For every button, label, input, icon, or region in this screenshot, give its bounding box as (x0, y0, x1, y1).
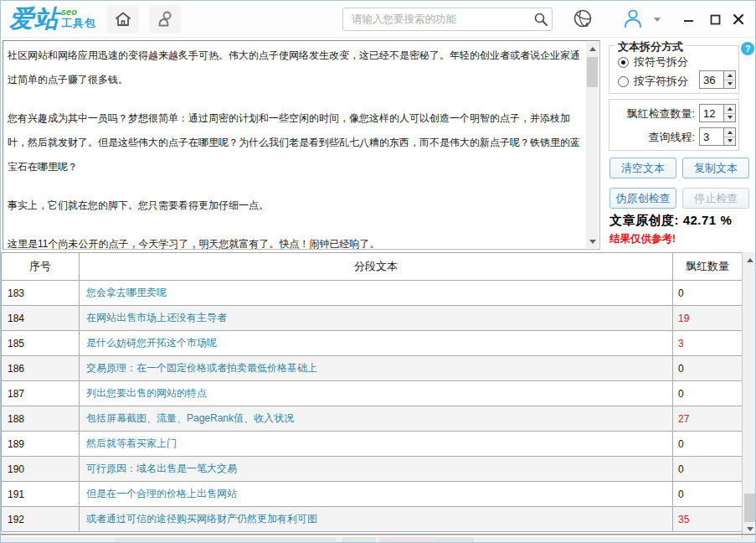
user-icon (622, 8, 644, 29)
red-check-spinner[interactable]: 12 (699, 104, 736, 122)
table-scrollbar[interactable] (742, 252, 756, 537)
results-table: 序号 分段文本 飘红数量 183您会拿去哪里卖呢0184在网站出售市场上还没有主… (1, 252, 743, 531)
red-count-value: 0 (673, 381, 742, 406)
table-body: 183您会拿去哪里卖呢0184在网站出售市场上还没有主导者19185是什么妨碍您… (2, 281, 742, 532)
table-row[interactable]: 183您会拿去哪里卖呢0 (2, 281, 742, 306)
red-check-value[interactable]: 12 (699, 104, 724, 122)
spinner-buttons[interactable] (724, 70, 736, 89)
segment-text-link[interactable]: 交易原理：在一个固定价格或者拍卖最低价格基础上 (80, 356, 673, 381)
editor-scrollbar[interactable] (586, 42, 599, 248)
table-row[interactable]: 187列出您要出售的网站的特点0 (2, 381, 742, 406)
scroll-up-icon[interactable] (586, 42, 599, 55)
window-bottom-border-light (1, 535, 755, 535)
split-mode-group: 文本拆分方式 按符号拆分 按字符拆分 36 (609, 45, 739, 94)
clear-text-button[interactable]: 清空文本 (609, 158, 676, 178)
row-index: 186 (2, 356, 80, 381)
disclaimer-text: 结果仅供参考! (609, 232, 676, 246)
search-input[interactable] (343, 13, 530, 25)
table-row[interactable]: 192或者通过可信的途径购买网络财产仍然更加有利可图35 (2, 507, 742, 532)
radio-label: 按字符拆分 (634, 74, 688, 89)
network-icon[interactable] (573, 8, 594, 29)
table-row[interactable]: 186交易原理：在一个固定价格或者拍卖最低价格基础上0 (2, 356, 742, 381)
segment-text-link[interactable]: 但是在一个合理的价格上出售网站 (80, 482, 673, 507)
segment-text-link[interactable]: 在网站出售市场上还没有主导者 (80, 306, 673, 331)
spinner-up-icon[interactable] (724, 105, 735, 114)
red-count-value: 0 (673, 356, 742, 381)
editor-paragraph: 社区网站和网络应用迅速的变得越来越炙手可热。伟大的点子使网络发生改变，这已经不是… (8, 44, 584, 92)
originality-result: 文章原创度: 42.71 % (609, 213, 732, 229)
spinner-up-icon[interactable] (724, 128, 735, 137)
radio-split-by-symbol[interactable]: 按符号拆分 (618, 54, 688, 70)
row-index: 187 (2, 381, 80, 406)
row-index: 183 (2, 281, 80, 306)
red-count-value: 27 (673, 406, 742, 432)
minimize-button[interactable] (679, 11, 697, 28)
row-index: 191 (2, 482, 80, 507)
table-header: 序号 分段文本 飘红数量 (2, 253, 742, 281)
red-check-label: 飘红检查数量: (626, 106, 695, 122)
header-red-count: 飘红数量 (673, 253, 742, 281)
article-text-editor[interactable]: 社区网站和网络应用迅速的变得越来越炙手可热。伟大的点子使网络发生改变，这已经不是… (3, 40, 600, 250)
char-count-spinner[interactable]: 36 (699, 70, 736, 89)
red-count-value: 0 (673, 457, 742, 482)
segment-text-link[interactable]: 包括屏幕截图、流量、PageRank值、收入状况 (80, 406, 673, 432)
contacts-button[interactable] (149, 5, 181, 34)
radio-label: 按符号拆分 (634, 54, 688, 70)
red-count-value: 0 (673, 432, 742, 457)
thread-value[interactable]: 3 (699, 127, 724, 146)
table-row[interactable]: 191但是在一个合理的价格上出售网站0 (2, 482, 742, 507)
spinner-down-icon[interactable] (724, 80, 735, 89)
char-count-value[interactable]: 36 (699, 70, 724, 89)
copy-text-button[interactable]: 复制文本 (682, 158, 749, 178)
radio-icon[interactable] (618, 76, 629, 87)
table-row[interactable]: 190可行原因：域名出售是一笔大交易0 (2, 457, 742, 482)
segment-text-link[interactable]: 是什么妨碍您开拓这个市场呢 (80, 331, 673, 356)
originality-label: 文章原创度: (609, 213, 679, 227)
segment-text-link[interactable]: 列出您要出售的网站的特点 (80, 381, 673, 406)
editor-paragraph: 您有兴趣成为其中一员吗？梦想很简单：通过周密的计划和一些空闲的时间，像您这样的人… (8, 106, 584, 179)
row-index: 192 (2, 507, 80, 532)
segment-text-link[interactable]: 或者通过可信的途径购买网络财产仍然更加有利可图 (80, 507, 673, 532)
user-menu[interactable] (622, 8, 661, 29)
spinner-down-icon[interactable] (724, 137, 735, 146)
segment-text-link[interactable]: 可行原因：域名出售是一笔大交易 (80, 457, 673, 482)
app-logo: 爱站 seo 工具包 (9, 5, 96, 32)
logo-text-main: 爱站 (9, 5, 59, 32)
search-icon[interactable] (530, 12, 552, 27)
taskbar-segment (342, 537, 376, 543)
table-row[interactable]: 189然后就等着买家上门0 (2, 432, 742, 457)
maximize-button[interactable] (706, 11, 724, 28)
row-index: 190 (2, 457, 80, 482)
row-index: 189 (2, 432, 80, 457)
chevron-down-icon (654, 18, 661, 22)
radio-icon[interactable] (618, 57, 629, 68)
check-options-group: 飘红检查数量: 12 查询线程: 3 (609, 99, 739, 151)
red-count-value: 19 (673, 306, 742, 331)
editor-scroll-thumb[interactable] (587, 57, 598, 87)
table-row[interactable]: 185是什么妨碍您开拓这个市场呢3 (2, 331, 742, 356)
table-row[interactable]: 188包括屏幕截图、流量、PageRank值、收入状况27 (2, 406, 742, 432)
segment-text-link[interactable]: 您会拿去哪里卖呢 (80, 281, 673, 306)
scroll-down-icon[interactable] (586, 235, 599, 248)
taskbar-segment (114, 537, 336, 543)
table-row[interactable]: 184在网站出售市场上还没有主导者19 (2, 306, 742, 331)
editor-paragraph: 这里是11个尚未公开的点子，今天学习了，明天您就富有了。快点！闹钟已经响了。 (8, 232, 584, 249)
help-icon[interactable]: ? (741, 42, 754, 55)
spinner-down-icon[interactable] (724, 114, 735, 122)
radio-split-by-char[interactable]: 按字符拆分 (618, 74, 688, 89)
close-icon (733, 13, 744, 25)
pseudo-original-check-button[interactable]: 伪原创检查 (609, 188, 676, 209)
spinner-buttons[interactable] (724, 127, 736, 146)
table-scroll-thumb[interactable] (744, 494, 755, 522)
home-button[interactable] (107, 5, 139, 34)
spinner-buttons[interactable] (724, 104, 736, 122)
thread-spinner[interactable]: 3 (699, 127, 736, 146)
segment-text-link[interactable]: 然后就等着买家上门 (80, 432, 673, 457)
close-button[interactable] (729, 11, 748, 28)
scroll-up-icon[interactable] (743, 254, 756, 266)
stop-check-button[interactable]: 停止检查 (682, 188, 749, 209)
header-index: 序号 (2, 253, 80, 281)
spinner-up-icon[interactable] (724, 71, 735, 80)
minimize-icon (683, 14, 694, 25)
red-count-value: 0 (673, 281, 742, 306)
